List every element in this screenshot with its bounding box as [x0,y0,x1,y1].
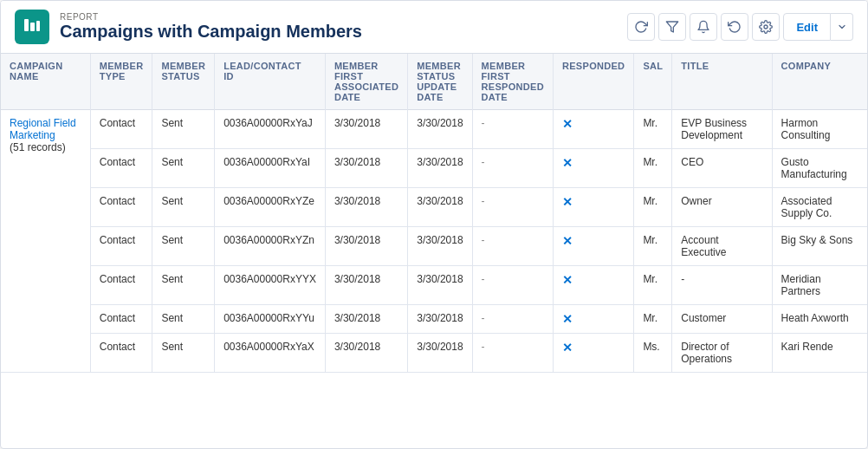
sal-cell: Mr. [634,305,672,334]
responded-cell: ✕ [553,266,633,305]
member-first-associated-date-cell: 3/30/2018 [325,266,407,305]
member-first-responded-date-cell: - [472,110,553,149]
member-status-update-date-cell: 3/30/2018 [408,149,472,188]
title-cell: EVP Business Development [672,110,772,149]
member-status-cell: Sent [152,149,215,188]
member-status-update-date-cell: 3/30/2018 [408,266,472,305]
main-window: REPORT Campaigns with Campaign Members [0,0,868,449]
member-first-responded-date-cell: - [472,266,553,305]
member-status-update-date-cell: 3/30/2018 [408,227,472,266]
member-first-associated-date-cell: 3/30/2018 [325,334,407,373]
sal-cell: Mr. [634,266,672,305]
member-type-cell: Contact [90,334,152,373]
refresh-button[interactable] [627,13,655,41]
report-icon [15,10,49,44]
title-cell: CEO [672,149,772,188]
col-member-first-assoc-date: MEMBERFIRSTASSOCIATEDDATE [325,54,407,110]
filter-button[interactable] [658,13,686,41]
member-first-responded-date-cell: - [472,227,553,266]
member-status-cell: Sent [152,334,215,373]
table-row: ContactSent0036A00000RxYZe3/30/20183/30/… [1,188,867,227]
col-member-status-update-date: MEMBERSTATUSUPDATEDATE [408,54,472,110]
member-status-update-date-cell: 3/30/2018 [408,305,472,334]
title-cell: Customer [672,305,772,334]
report-table: CAMPAIGNNAME MEMBERTYPE MEMBERSTATUS LEA… [1,54,867,373]
settings-button[interactable] [752,13,780,41]
report-label: REPORT [60,12,362,22]
member-first-associated-date-cell: 3/30/2018 [325,227,407,266]
col-title: TITLE [672,54,772,110]
member-first-responded-date-cell: - [472,188,553,227]
company-cell: Associated Supply Co. [772,188,867,227]
header-actions: Edit [627,13,853,41]
responded-cell: ✕ [553,305,633,334]
svg-rect-2 [36,21,40,31]
sal-cell: Mr. [634,110,672,149]
member-status-cell: Sent [152,188,215,227]
lead-contact-id-cell: 0036A00000RxYZe [215,188,326,227]
member-type-cell: Contact [90,188,152,227]
member-first-responded-date-cell: - [472,149,553,188]
col-member-status: MEMBERSTATUS [152,54,215,110]
x-icon: ✕ [562,117,573,131]
title-cell: Director of Operations [672,334,772,373]
col-company: COMPANY [772,54,867,110]
title-cell: Owner [672,188,772,227]
sal-cell: Mr. [634,188,672,227]
member-status-cell: Sent [152,305,215,334]
member-type-cell: Contact [90,266,152,305]
lead-contact-id-cell: 0036A00000RxYYu [215,305,326,334]
campaign-name-cell: Regional Field Marketing(51 records) [1,110,90,373]
lead-contact-id-cell: 0036A00000RxYaI [215,149,326,188]
header-left: REPORT Campaigns with Campaign Members [15,10,362,44]
member-type-cell: Contact [90,110,152,149]
edit-group: Edit [783,13,853,41]
member-first-responded-date-cell: - [472,305,553,334]
svg-marker-3 [667,22,678,32]
svg-rect-1 [30,23,35,31]
member-first-associated-date-cell: 3/30/2018 [325,188,407,227]
member-status-update-date-cell: 3/30/2018 [408,110,472,149]
responded-cell: ✕ [553,227,633,266]
member-first-associated-date-cell: 3/30/2018 [325,110,407,149]
table-body: Regional Field Marketing(51 records)Cont… [1,110,867,373]
lead-contact-id-cell: 0036A00000RxYYX [215,266,326,305]
member-status-update-date-cell: 3/30/2018 [408,188,472,227]
x-icon: ✕ [562,273,573,287]
responded-cell: ✕ [553,188,633,227]
col-campaign-name: CAMPAIGNNAME [1,54,90,110]
company-cell: Kari Rende [772,334,867,373]
edit-dropdown-button[interactable] [831,13,853,41]
lead-contact-id-cell: 0036A00000RxYaJ [215,110,326,149]
col-sal: SAL [634,54,672,110]
member-type-cell: Contact [90,149,152,188]
reload-button[interactable] [721,13,748,41]
responded-cell: ✕ [553,149,633,188]
campaign-name-link[interactable]: Regional Field Marketing(51 records) [10,117,76,153]
table-row: Regional Field Marketing(51 records)Cont… [1,110,867,149]
member-status-cell: Sent [152,266,215,305]
sal-cell: Ms. [634,334,672,373]
company-cell: Heath Axworth [772,305,867,334]
edit-button[interactable]: Edit [783,13,831,41]
title-cell: Account Executive [672,227,772,266]
responded-cell: ✕ [553,110,633,149]
member-first-responded-date-cell: - [472,334,553,373]
member-type-cell: Contact [90,305,152,334]
report-title: Campaigns with Campaign Members [60,22,362,42]
lead-contact-id-cell: 0036A00000RxYZn [215,227,326,266]
sal-cell: Mr. [634,149,672,188]
member-status-update-date-cell: 3/30/2018 [408,334,472,373]
table-header-row: CAMPAIGNNAME MEMBERTYPE MEMBERSTATUS LEA… [1,54,867,110]
header-text: REPORT Campaigns with Campaign Members [60,12,362,42]
subscribe-button[interactable] [690,13,717,41]
table-row: ContactSent0036A00000RxYZn3/30/20183/30/… [1,227,867,266]
col-lead-contact-id: LEAD/CONTACTID [215,54,326,110]
member-type-cell: Contact [90,227,152,266]
sal-cell: Mr. [634,227,672,266]
report-header: REPORT Campaigns with Campaign Members [1,1,867,54]
x-icon: ✕ [562,234,573,248]
company-cell: Big Sky & Sons [772,227,867,266]
svg-point-4 [764,25,768,29]
member-status-cell: Sent [152,227,215,266]
